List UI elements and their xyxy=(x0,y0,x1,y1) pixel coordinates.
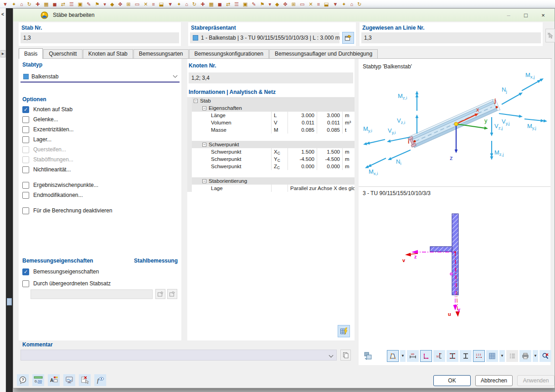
app-toolbar-icon[interactable]: ✚ xyxy=(200,0,205,8)
app-toolbar-icon[interactable]: ↻ xyxy=(357,0,361,8)
section-points-button[interactable] xyxy=(447,350,458,362)
save-view-button[interactable] xyxy=(362,350,374,362)
tab-querschnitt[interactable]: Querschnitt xyxy=(43,49,82,58)
function-eye-button[interactable]: f xyxy=(94,374,106,386)
app-toolbar-icon[interactable]: ✎ xyxy=(87,0,91,8)
zugewiesen-input[interactable]: 1,3 xyxy=(361,32,541,43)
section-outline-button[interactable] xyxy=(387,350,399,362)
numbering-button[interactable]: 1 2 3 xyxy=(473,350,485,362)
section-plain-button[interactable] xyxy=(460,350,472,362)
maximize-button[interactable]: □ xyxy=(517,9,534,21)
tree-expander-icon[interactable]: − xyxy=(202,143,206,147)
checkbox-checked-icon[interactable]: ✓ xyxy=(22,106,29,113)
checkbox-icon[interactable] xyxy=(22,136,29,143)
app-toolbar-icon[interactable]: ✦ xyxy=(177,0,181,8)
app-toolbar-icon[interactable]: ⌂ xyxy=(350,0,354,8)
checkbox-row-endmodifikationen[interactable]: Endmodifikationen... xyxy=(22,191,83,199)
app-toolbar-icon[interactable]: ✥ xyxy=(118,0,122,8)
collapse-chevron-icon[interactable]: < xyxy=(1,12,4,17)
tree-data-row[interactable]: LängeL3.0003.000m xyxy=(192,112,355,119)
app-toolbar-icon[interactable]: ⊞ xyxy=(127,0,131,8)
expand-arrow-icon[interactable]: ▶ xyxy=(0,50,5,57)
display-settings-button[interactable] xyxy=(63,374,75,386)
app-toolbar-icon[interactable]: ↻ xyxy=(192,0,196,8)
app-toolbar-icon[interactable]: ⌂ xyxy=(20,0,23,8)
print-dropdown-icon[interactable]: ▼ xyxy=(533,350,538,362)
zoom-reset-button[interactable] xyxy=(540,350,551,362)
app-toolbar-icon[interactable]: ▼ xyxy=(168,0,173,8)
abbrechen-button[interactable]: Abbrechen xyxy=(475,375,513,386)
tab-knoten-auf-stab[interactable]: Knoten auf Stab xyxy=(83,49,133,58)
tree-expander-icon[interactable]: − xyxy=(194,99,198,103)
edit-stabsatz-button[interactable] xyxy=(167,289,177,299)
units-settings-button[interactable]: A xyxy=(48,374,60,386)
checkbox-row-knoten-auf-stab[interactable]: ✓Knoten auf Stab xyxy=(22,105,72,113)
checkbox-row-ergebniszwischenpunkte[interactable]: Ergebniszwischenpunkte... xyxy=(22,181,98,189)
table-quick-view-button[interactable] xyxy=(338,325,350,337)
tree-expander-icon[interactable]: − xyxy=(202,179,206,183)
tree-group-row[interactable]: −Stab xyxy=(192,97,355,104)
app-toolbar-icon[interactable]: ▾ xyxy=(103,0,106,8)
checkbox-row-quersteifen[interactable]: Quersteifen... xyxy=(22,145,66,154)
knoten-input[interactable]: 1,2; 3,4 xyxy=(189,72,353,83)
app-toolbar-icon[interactable]: ≡ xyxy=(152,0,154,8)
decimal-places-button[interactable]: 0,00 xyxy=(32,374,44,386)
app-toolbar-icon[interactable]: ✕ xyxy=(308,0,313,8)
tree-group-row[interactable]: −Eigenschaften xyxy=(192,104,355,112)
checkbox-row-staböffnungen[interactable]: Staböffnungen... xyxy=(22,155,73,164)
app-toolbar-icon[interactable]: ▭ xyxy=(135,0,139,8)
app-toolbar-icon[interactable]: ✦ xyxy=(12,0,16,8)
checkbox-icon[interactable] xyxy=(22,116,29,123)
dimensions-button[interactable]: 100 xyxy=(407,350,419,362)
tree-data-row[interactable]: SchwerpunktXC1.5001.500m xyxy=(192,148,355,155)
checkbox-icon[interactable] xyxy=(22,182,29,189)
tab-bemessungskonfigurationen[interactable]: Bemessungskonfigurationen xyxy=(189,49,269,58)
tree-data-row[interactable]: LageParallel zur Achse X des glo... xyxy=(192,185,355,192)
app-toolbar-icon[interactable]: ⇄ xyxy=(226,0,230,8)
checkbox-icon[interactable] xyxy=(22,156,29,163)
checkbox-row-nichtlinearität[interactable]: Nichtlinearität... xyxy=(22,165,71,174)
app-toolbar-icon[interactable]: ▣ xyxy=(243,0,247,8)
app-toolbar-icon[interactable]: ✕ xyxy=(144,0,148,8)
stabsatz-input[interactable] xyxy=(31,289,153,299)
checkbox-row-durch-übergeordneten-stabsatz[interactable]: Durch übergeordneten Stabsatz xyxy=(22,279,111,288)
stress-points-button[interactable]: SC xyxy=(433,350,445,362)
copy-comment-button[interactable] xyxy=(340,350,351,361)
app-toolbar-icon[interactable]: ⇄ xyxy=(61,0,65,8)
checkbox-icon[interactable] xyxy=(22,166,29,173)
checkbox-row-für-die-berechnung-deaktivieren[interactable]: Für die Berechnung deaktivieren xyxy=(22,206,112,215)
help-button[interactable]: ? xyxy=(17,374,29,386)
app-toolbar-icon[interactable]: ▦ xyxy=(44,0,48,8)
stab-nr-input[interactable]: 1,3 xyxy=(21,32,179,43)
app-toolbar-icon[interactable]: ⬓ xyxy=(159,0,164,8)
checkbox-row-lager[interactable]: Lager... xyxy=(22,135,51,144)
tree-group-row[interactable]: −Staborientierung xyxy=(192,177,355,185)
app-toolbar-icon[interactable]: ▦ xyxy=(209,0,213,8)
app-toolbar-icon[interactable]: ✥ xyxy=(283,0,288,8)
app-toolbar-icon[interactable]: ⬓ xyxy=(324,0,329,8)
tree-data-row[interactable]: SchwerpunktZC0.0000.000m xyxy=(192,163,355,170)
print-button[interactable] xyxy=(519,350,531,362)
app-toolbar-icon[interactable]: ▾ xyxy=(269,0,272,8)
minimize-button[interactable]: – xyxy=(500,9,517,21)
principal-axes-button[interactable] xyxy=(420,350,432,362)
app-toolbar-icon[interactable]: ⚑ xyxy=(95,0,99,8)
stabtyp-combo[interactable]: Balkenstab xyxy=(21,72,180,83)
app-toolbar-icon[interactable]: ◆ xyxy=(110,0,114,8)
app-toolbar-icon[interactable]: ▭ xyxy=(300,0,304,8)
checkbox-icon[interactable] xyxy=(22,280,29,287)
checkbox-icon[interactable] xyxy=(22,207,29,214)
app-toolbar-icon[interactable]: ✚ xyxy=(36,0,40,8)
grid-button[interactable] xyxy=(486,350,498,362)
anwenden-button[interactable]: Anwenden xyxy=(517,375,555,386)
tree-group-row[interactable]: −Schwerpunkt xyxy=(192,141,355,148)
checkbox-row-gelenke[interactable]: Gelenke... xyxy=(22,115,58,124)
section-outline-dropdown-icon[interactable]: ▼ xyxy=(400,350,406,362)
app-toolbar-icon[interactable]: ◼ xyxy=(53,0,57,8)
navigator-mini-button[interactable] xyxy=(7,298,12,305)
app-toolbar-icon[interactable]: ◼ xyxy=(218,0,222,8)
app-toolbar-icon[interactable]: ≡ xyxy=(317,0,320,8)
checkbox-icon[interactable] xyxy=(22,126,29,133)
tree-data-row[interactable]: MasseM0.0850.085t xyxy=(192,126,355,134)
app-toolbar-icon[interactable]: ⚑ xyxy=(260,0,265,8)
